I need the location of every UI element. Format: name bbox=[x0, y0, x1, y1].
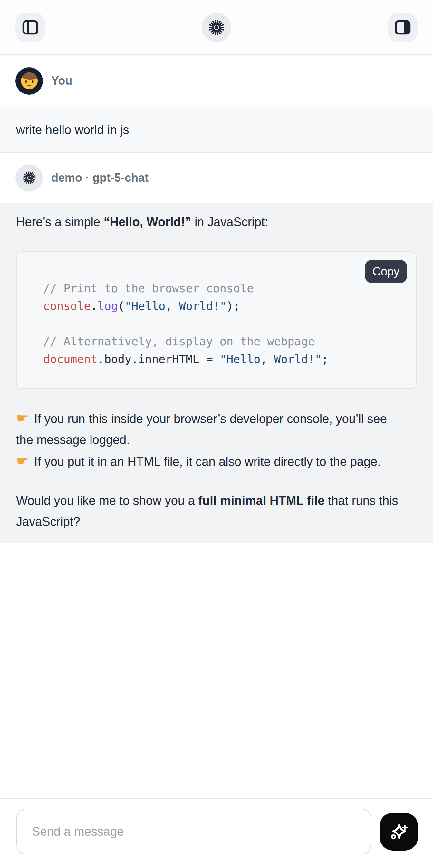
app-logo-button[interactable] bbox=[202, 12, 231, 42]
intro-paragraph: Here’s a simple “Hello, World!” in JavaS… bbox=[16, 212, 405, 232]
code-content: // Print to the browser consoleconsole.l… bbox=[17, 252, 416, 388]
pointer-finger-icon: ☛ bbox=[16, 410, 29, 426]
user-avatar bbox=[16, 67, 43, 95]
assistant-message: Here’s a simple “Hello, World!” in JavaS… bbox=[0, 203, 433, 543]
panel-left-icon bbox=[22, 20, 38, 35]
empty-chat-area bbox=[0, 543, 433, 798]
assistant-turn-header: demo · gpt-5-chat bbox=[0, 153, 433, 203]
pointer-finger-icon: ☛ bbox=[16, 453, 29, 469]
pointer-paragraph: ☛ If you run this inside your browser’s … bbox=[16, 408, 405, 472]
top-bar bbox=[0, 0, 433, 55]
user-message: write hello world in js bbox=[0, 107, 433, 153]
code-block: Copy // Print to the browser consolecons… bbox=[16, 251, 417, 389]
starburst-avatar-icon bbox=[22, 170, 37, 185]
closing-paragraph: Would you like me to show you a full min… bbox=[16, 490, 405, 532]
sidebar-toggle-button[interactable] bbox=[16, 12, 45, 42]
starburst-icon bbox=[208, 19, 225, 36]
assistant-sender-label: demo · gpt-5-chat bbox=[51, 171, 149, 185]
composer-bar bbox=[0, 798, 433, 868]
user-turn-header: You bbox=[0, 55, 433, 107]
send-button[interactable] bbox=[380, 813, 418, 850]
assistant-avatar bbox=[16, 164, 43, 192]
user-message-text: write hello world in js bbox=[16, 123, 129, 137]
person-emoji bbox=[21, 72, 38, 89]
user-sender-label: You bbox=[51, 74, 72, 88]
copy-button[interactable]: Copy bbox=[365, 260, 407, 283]
right-panel-toggle-button[interactable] bbox=[388, 12, 417, 42]
message-input[interactable] bbox=[17, 809, 371, 855]
sparkle-icon bbox=[389, 822, 409, 842]
panel-right-icon bbox=[395, 20, 411, 35]
